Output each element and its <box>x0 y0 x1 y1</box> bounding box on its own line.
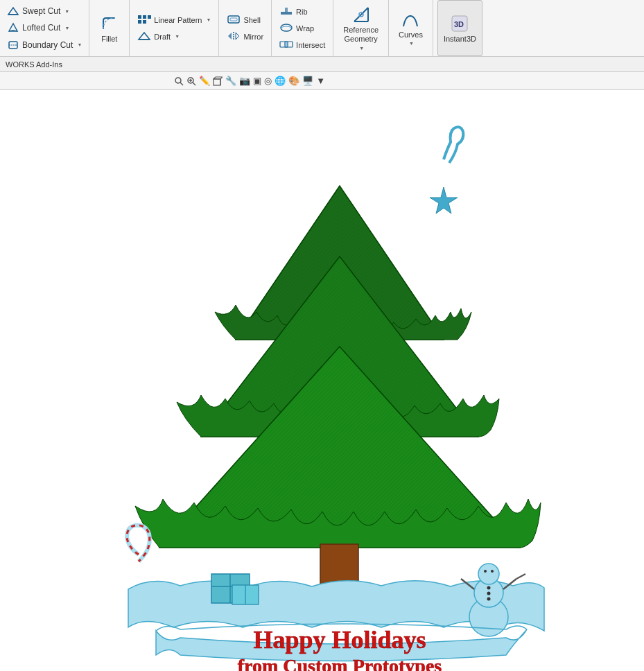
addins-label: WORKS Add-Ins <box>6 60 62 69</box>
intersect-label: Intersect <box>296 41 325 49</box>
svg-point-60 <box>487 592 491 595</box>
shell-icon <box>227 15 241 26</box>
svg-line-30 <box>180 82 183 85</box>
boundary-cut-button[interactable]: Boundary Cut <box>4 37 85 53</box>
view2-icon-btn[interactable]: ◎ <box>264 73 272 89</box>
pattern-col: Linear Pattern Draft <box>134 0 214 56</box>
box-icon-btn[interactable] <box>213 73 223 89</box>
pencil-icon-btn[interactable]: ✏️ <box>199 73 210 89</box>
main-toolbar: Swept Cut Lofted Cut Boundary Cut <box>0 0 644 57</box>
svg-point-56 <box>478 564 499 584</box>
globe-icon-btn[interactable]: 🌐 <box>275 73 286 89</box>
viewport-canvas[interactable]: Happy Holidays from Custom Prototypes <box>0 90 644 671</box>
svg-rect-13 <box>230 18 237 21</box>
svg-text:from Custom Prototypes: from Custom Prototypes <box>238 655 442 671</box>
draft-chevron <box>173 33 180 40</box>
rib-section: Rib Wrap In <box>272 0 333 56</box>
shell-button[interactable]: Shell <box>223 12 267 28</box>
curves-section: Curves <box>389 0 433 56</box>
mirror-button[interactable]: Mirror <box>223 29 267 44</box>
svg-rect-7 <box>148 15 151 19</box>
lofted-cut-label: Lofted Cut <box>22 23 60 33</box>
swept-cut-button[interactable]: Swept Cut <box>4 3 85 19</box>
fillet-label: Fillet <box>101 35 117 43</box>
rib-button[interactable]: Rib <box>276 4 329 19</box>
svg-marker-10 <box>139 33 150 40</box>
draft-button[interactable]: Draft <box>134 29 214 44</box>
rib-label: Rib <box>296 8 308 16</box>
svg-point-59 <box>487 586 491 590</box>
monitor-icon-btn[interactable]: 🖥️ <box>302 73 313 89</box>
svg-rect-18 <box>285 8 288 12</box>
draft-icon <box>137 31 151 42</box>
svg-marker-15 <box>228 33 232 40</box>
linear-pattern-icon <box>137 15 151 26</box>
draft-label: Draft <box>154 33 171 41</box>
icon-toolbar: ✏️ 🔧 📷 ▣ ◎ 🌐 🎨 🖥️ ▼ <box>0 72 644 90</box>
boundary-cut-icon <box>7 39 19 51</box>
cut-tools-section: Swept Cut Lofted Cut Boundary Cut <box>0 0 89 56</box>
svg-rect-35 <box>214 79 220 85</box>
view1-icon-btn[interactable]: ▣ <box>253 73 261 89</box>
shell-label: Shell <box>243 16 260 24</box>
svg-line-34 <box>193 82 195 85</box>
wrap-button[interactable]: Wrap <box>276 21 329 36</box>
svg-marker-36 <box>214 77 223 79</box>
swept-cut-chevron <box>63 8 69 15</box>
fillet-button[interactable]: Fillet <box>94 0 125 56</box>
zoom-icon-btn[interactable] <box>186 73 196 89</box>
shell-col: Shell Mirror <box>223 0 267 56</box>
lofted-cut-icon <box>7 21 19 34</box>
swept-cut-label: Swept Cut <box>22 6 60 16</box>
svg-rect-9 <box>143 20 146 24</box>
ref-geom-section: ReferenceGeometry <box>333 0 389 56</box>
svg-marker-0 <box>8 8 18 15</box>
linear-pattern-chevron <box>204 17 211 23</box>
wrap-label: Wrap <box>296 24 314 33</box>
fillet-section: Fillet <box>89 0 130 56</box>
search-icon-btn[interactable] <box>174 73 184 89</box>
intersect-icon <box>279 40 293 51</box>
christmas-tree-svg: Happy Holidays from Custom Prototypes <box>0 90 644 671</box>
curves-button[interactable]: Curves <box>393 0 428 56</box>
lofted-cut-button[interactable]: Lofted Cut <box>4 20 85 35</box>
curves-label: Curves <box>399 31 423 39</box>
lofted-cut-chevron <box>63 25 69 31</box>
color-icon-btn[interactable]: 🎨 <box>288 73 299 89</box>
svg-line-23 <box>354 8 368 21</box>
boundary-cut-label: Boundary Cut <box>22 40 73 50</box>
curves-icon <box>401 10 420 29</box>
reference-geometry-button[interactable]: ReferenceGeometry <box>338 0 384 56</box>
svg-text:3D: 3D <box>454 20 464 28</box>
wrap-icon <box>279 23 293 34</box>
monitor-dropdown-btn[interactable]: ▼ <box>316 73 325 89</box>
addins-toolbar: WORKS Add-Ins <box>0 57 644 72</box>
fillet-icon <box>100 14 119 33</box>
svg-point-29 <box>175 78 181 83</box>
mirror-icon <box>227 31 241 42</box>
camera-icon-btn[interactable]: 📷 <box>239 73 250 89</box>
svg-rect-22 <box>285 42 288 47</box>
rib-icon <box>279 6 293 17</box>
svg-point-57 <box>484 570 487 573</box>
svg-rect-6 <box>143 15 146 19</box>
svg-point-58 <box>491 570 494 573</box>
svg-marker-16 <box>236 33 239 40</box>
intersect-button[interactable]: Intersect <box>276 37 329 53</box>
reference-geometry-icon <box>351 5 371 24</box>
ref-geom-chevron <box>358 45 364 51</box>
linear-pattern-button[interactable]: Linear Pattern <box>134 12 214 28</box>
rib-col: Rib Wrap In <box>276 0 329 56</box>
svg-rect-12 <box>228 16 239 23</box>
tool-icon-btn[interactable]: 🔧 <box>225 73 236 89</box>
svg-rect-17 <box>281 12 292 15</box>
svg-rect-8 <box>138 20 141 24</box>
instant3d-section: 3D Instant3D <box>433 0 487 56</box>
instant3d-label: Instant3D <box>444 35 476 43</box>
mirror-label: Mirror <box>243 33 263 41</box>
reference-geometry-label: ReferenceGeometry <box>343 26 378 44</box>
linear-pattern-label: Linear Pattern <box>154 16 202 24</box>
svg-point-61 <box>487 598 491 601</box>
instant3d-button[interactable]: 3D Instant3D <box>437 0 482 56</box>
boundary-cut-chevron <box>76 42 82 48</box>
